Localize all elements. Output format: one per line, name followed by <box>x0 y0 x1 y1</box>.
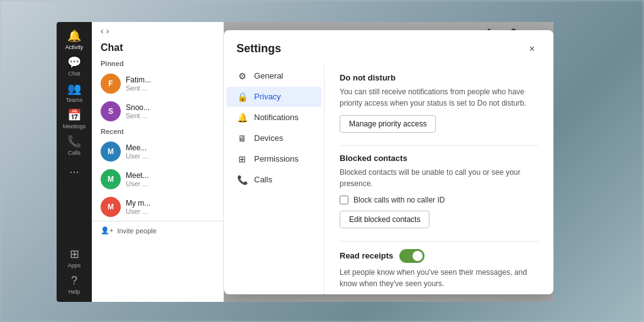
more-icon: ··· <box>69 165 79 179</box>
read-receipts-desc1: Let people know when you've seen their m… <box>340 267 538 289</box>
teams-label: Teams <box>66 97 83 103</box>
devices-icon: 🖥 <box>236 133 248 143</box>
sidebar-item-more[interactable]: ··· <box>62 159 87 184</box>
list-item[interactable]: F Fatim... Sent ... <box>92 70 223 97</box>
close-button[interactable]: × <box>523 40 541 58</box>
help-label: Help <box>69 289 80 295</box>
blocked-contacts-title: Blocked contacts <box>340 153 538 163</box>
calls-label: Calls <box>68 150 80 156</box>
chat-info: Mee... User ... <box>126 143 214 160</box>
chat-preview: User ... <box>126 208 214 215</box>
teams-window: 🔔 Activity 💬 Chat 👥 Teams 📅 Meetings 📞 C… <box>57 22 553 302</box>
forward-arrow-icon[interactable]: › <box>106 26 109 36</box>
sidebar-item-chat[interactable]: 💬 Chat <box>62 53 87 79</box>
nav-item-privacy[interactable]: 🔒 Privacy <box>226 87 321 107</box>
settings-content: Do not disturb You can still receive not… <box>325 63 553 294</box>
avatar: F <box>101 74 121 94</box>
list-item[interactable]: M Meet... User ... <box>92 165 223 193</box>
chat-info: Snoo... Sent ... <box>126 103 214 119</box>
chat-info: Fatim... Sent ... <box>126 75 214 92</box>
list-item[interactable]: M Mee... User ... <box>92 138 223 165</box>
dialog-title: Settings <box>236 42 281 55</box>
invite-label: Invite people <box>117 227 156 235</box>
divider-1 <box>340 145 538 146</box>
chat-info: Meet... User ... <box>126 171 214 187</box>
dnd-description: You can still receive notifications from… <box>340 86 538 109</box>
chat-preview: Sent ... <box>126 112 214 119</box>
blocked-contacts-section: Blocked contacts Blocked contacts will b… <box>340 153 538 228</box>
dnd-title: Do not disturb <box>340 73 538 82</box>
nav-item-notifications[interactable]: 🔔 Notifications <box>226 108 321 128</box>
chat-preview: User ... <box>126 152 214 160</box>
read-receipts-title: Read receipts <box>340 251 393 260</box>
help-icon: ? <box>71 274 77 287</box>
nav-label-privacy: Privacy <box>254 92 281 101</box>
nav-label-devices: Devices <box>254 133 283 143</box>
chat-name: Mee... <box>126 143 214 152</box>
list-item[interactable]: M My m... User ... <box>92 193 223 221</box>
settings-dialog: Settings × ⚙ General 🔒 Privacy <box>224 30 553 294</box>
sidebar-item-help[interactable]: ? Help <box>62 272 87 297</box>
toggle-slider <box>399 249 425 263</box>
avatar: S <box>101 101 121 121</box>
edit-blocked-contacts-button[interactable]: Edit blocked contacts <box>340 211 430 228</box>
read-receipts-toggle-row: Read receipts <box>340 249 538 263</box>
sidebar-item-activity[interactable]: 🔔 Activity <box>62 27 87 52</box>
recent-section-label: Recent <box>92 125 223 138</box>
chat-info: My m... User ... <box>126 199 214 215</box>
sidebar-bottom: ⊞ Apps ? Help <box>62 245 87 302</box>
chat-list-panel: ‹ › Chat Pinned F Fatim... Sent ... S Sn… <box>92 22 224 302</box>
divider-2 <box>340 241 538 242</box>
avatar: M <box>101 169 121 189</box>
chat-list-header: Chat <box>92 36 223 57</box>
avatar: M <box>101 197 121 217</box>
apps-label: Apps <box>68 262 81 269</box>
meetings-label: Meetings <box>63 123 86 130</box>
dialog-body: ⚙ General 🔒 Privacy 🔔 Notifications <box>224 63 553 294</box>
block-calls-checkbox-row: Block calls with no caller ID <box>340 196 538 204</box>
chat-preview: User ... <box>126 180 214 187</box>
do-not-disturb-section: Do not disturb You can still receive not… <box>340 73 538 133</box>
notifications-icon: 🔔 <box>236 113 248 123</box>
list-item[interactable]: S Snoo... Sent ... <box>92 97 223 125</box>
back-arrow-icon[interactable]: ‹ <box>101 26 104 36</box>
chat-name: My m... <box>126 199 214 208</box>
chat-label: Chat <box>68 70 80 77</box>
general-icon: ⚙ <box>236 71 248 81</box>
apps-icon: ⊞ <box>70 247 79 261</box>
pinned-section-label: Pinned <box>92 57 223 70</box>
dialog-title-bar: Settings × <box>224 30 553 63</box>
block-calls-checkbox[interactable] <box>340 196 348 204</box>
read-receipts-section: Read receipts Let people know when you'v… <box>340 249 538 294</box>
meetings-icon: 📅 <box>67 108 81 122</box>
nav-item-calls[interactable]: 📞 Calls <box>226 170 321 190</box>
nav-item-permissions[interactable]: ⊞ Permissions <box>226 149 321 169</box>
chat-preview: Sent ... <box>126 84 214 92</box>
avatar: M <box>101 142 121 162</box>
privacy-icon: 🔒 <box>236 92 248 102</box>
teams-icon: 👥 <box>67 82 81 96</box>
chat-list-title: Chat <box>101 42 123 53</box>
nav-item-general[interactable]: ⚙ General <box>226 66 321 86</box>
activity-label: Activity <box>65 44 84 50</box>
invite-people-bar[interactable]: 👤+ Invite people <box>92 221 223 240</box>
sidebar: 🔔 Activity 💬 Chat 👥 Teams 📅 Meetings 📞 C… <box>57 22 92 302</box>
chat-icon: 💬 <box>67 55 81 69</box>
main-content: 📞 🎥 ↗ Settings × ⚙ General <box>224 22 553 302</box>
nav-item-devices[interactable]: 🖥 Devices <box>226 128 321 148</box>
person-add-icon: 👤+ <box>101 226 113 235</box>
sidebar-item-teams[interactable]: 👥 Teams <box>62 80 87 105</box>
sidebar-item-calls[interactable]: 📞 Calls <box>62 133 87 158</box>
settings-nav: ⚙ General 🔒 Privacy 🔔 Notifications <box>224 63 325 294</box>
nav-label-calls: Calls <box>254 175 272 184</box>
manage-priority-button[interactable]: Manage priority access <box>340 115 436 133</box>
blocked-contacts-description: Blocked contacts will be unable to call … <box>340 167 538 189</box>
activity-icon: 🔔 <box>67 29 81 43</box>
read-receipts-toggle[interactable] <box>399 249 425 263</box>
sidebar-item-meetings[interactable]: 📅 Meetings <box>62 106 87 131</box>
sidebar-item-apps[interactable]: ⊞ Apps <box>62 245 87 270</box>
permissions-icon: ⊞ <box>236 154 248 164</box>
calls-nav-icon: 📞 <box>236 175 248 185</box>
modal-overlay: Settings × ⚙ General 🔒 Privacy <box>224 22 553 302</box>
block-calls-label[interactable]: Block calls with no caller ID <box>353 196 445 204</box>
